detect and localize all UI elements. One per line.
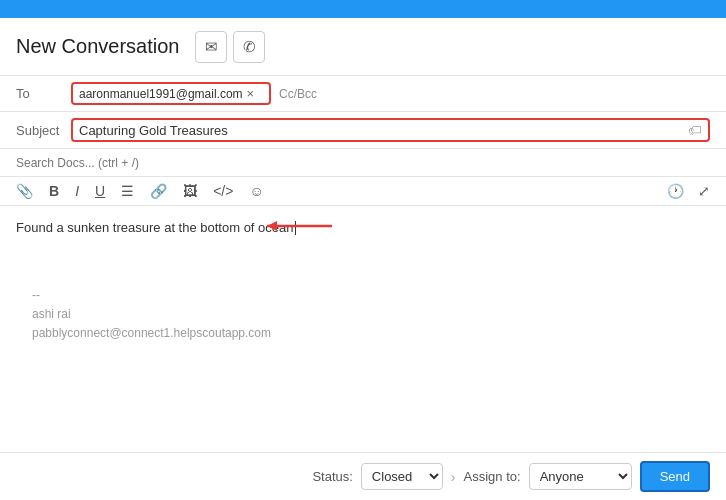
to-row: To aaronmanuel1991@gmail.com × Cc/Bcc [0,76,726,112]
send-button[interactable]: Send [640,461,710,492]
emoji-button[interactable]: ☺ [245,181,267,201]
underline-button[interactable]: U [91,181,109,201]
to-field-wrapper[interactable]: aaronmanuel1991@gmail.com × [71,82,271,105]
search-input[interactable] [16,156,710,170]
email-icon: ✉ [205,38,218,56]
assign-label: Assign to: [464,469,521,484]
assign-select[interactable]: Anyone Me Unassigned [529,463,632,490]
subject-input[interactable] [79,123,688,138]
attach-button[interactable]: 📎 [12,181,37,201]
header-icons: ✉ ✆ [195,31,265,63]
status-label: Status: [312,469,352,484]
clock-icon-button[interactable]: 🕐 [663,181,688,201]
code-button[interactable]: </> [209,181,237,201]
subject-label: Subject [16,123,71,138]
arrow-annotation [262,216,342,236]
signature-separator: -- [32,286,694,305]
link-button[interactable]: 🔗 [146,181,171,201]
header: New Conversation ✉ ✆ [0,18,726,76]
signature-name: ashi rai [32,305,694,324]
list-button[interactable]: ☰ [117,181,138,201]
to-tag: aaronmanuel1991@gmail.com × [79,86,254,101]
bold-button[interactable]: B [45,181,63,201]
toolbar-right: 🕐 ⤢ [663,181,714,201]
email-icon-button[interactable]: ✉ [195,31,227,63]
form-area: To aaronmanuel1991@gmail.com × Cc/Bcc Su… [0,76,726,206]
svg-marker-1 [267,221,277,231]
phone-icon-button[interactable]: ✆ [233,31,265,63]
italic-button[interactable]: I [71,181,83,201]
arrow-separator-icon: › [451,469,456,485]
subject-wrapper[interactable]: 🏷 [71,118,710,142]
page-title: New Conversation [16,35,179,58]
to-label: To [16,86,71,101]
signature-email: pabblyconnect@connect1.helpscoutapp.com [32,324,694,343]
compose-text: Found a sunken treasure at the bottom of… [16,218,710,238]
expand-button[interactable]: ⤢ [694,181,714,201]
footer-bar: Status: Closed Active Pending › Assign t… [0,452,726,500]
tag-icon: 🏷 [688,122,702,138]
cc-bcc-link[interactable]: Cc/Bcc [279,87,317,101]
toolbar-row: 📎 B I U ☰ 🔗 🖼 </> ☺ 🕐 ⤢ [0,177,726,206]
red-arrow-icon [262,216,342,236]
phone-icon: ✆ [243,38,256,56]
status-select[interactable]: Closed Active Pending [361,463,443,490]
close-icon[interactable]: × [247,86,255,101]
subject-row: Subject 🏷 [0,112,726,149]
compose-content: Found a sunken treasure at the bottom of… [16,220,294,235]
image-button[interactable]: 🖼 [179,181,201,201]
search-row [0,149,726,177]
compose-area[interactable]: Found a sunken treasure at the bottom of… [0,206,726,363]
to-email-value: aaronmanuel1991@gmail.com [79,87,243,101]
top-bar [0,0,726,18]
signature-area: -- ashi rai pabblyconnect@connect1.helps… [16,278,710,352]
